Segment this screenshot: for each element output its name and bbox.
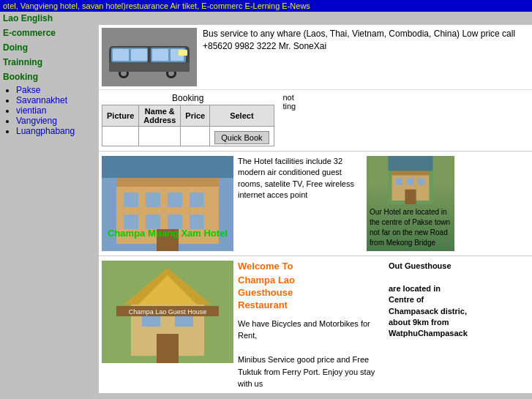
col-select: Select bbox=[210, 105, 274, 127]
svg-rect-30 bbox=[396, 178, 402, 184]
list-item: vientian bbox=[16, 105, 96, 116]
divider-2 bbox=[99, 256, 532, 256]
svg-rect-33 bbox=[405, 190, 416, 204]
list-item: Luangphabang bbox=[16, 126, 96, 136]
list-item: Vangvieng bbox=[16, 116, 96, 126]
svg-rect-12 bbox=[179, 50, 187, 56]
svg-rect-32 bbox=[418, 178, 424, 184]
hotel-side-svg bbox=[367, 156, 454, 204]
guesthouse-middle: Welcome To Champa LaoGuesthouseRestauran… bbox=[238, 261, 384, 390]
svg-rect-29 bbox=[392, 171, 430, 175]
city-pakse-link[interactable]: Pakse bbox=[16, 85, 40, 95]
col-name-address: Name &Address bbox=[139, 105, 181, 127]
svg-rect-20 bbox=[124, 215, 138, 229]
hotel-section: Champa Muang Xam Hotel The Hotel facilit… bbox=[99, 153, 532, 254]
svg-rect-16 bbox=[124, 193, 138, 207]
top-bar-text: otel, Vangvieng hotel, savan hotel)restu… bbox=[3, 1, 310, 10]
booking-section: Booking Picture Name &Address Price Sele… bbox=[99, 90, 532, 149]
svg-rect-21 bbox=[146, 215, 160, 229]
guesthouse-name-text: Champa LaoGuesthouseRestaurant bbox=[238, 275, 384, 312]
bus-image bbox=[102, 28, 197, 86]
sidebar: E-commerce Doing Trainning Booking Pakse… bbox=[0, 25, 99, 393]
lang-english-link[interactable]: English bbox=[21, 13, 53, 23]
svg-rect-3 bbox=[113, 49, 129, 61]
guesthouse-image: Champa Lao Guest House bbox=[102, 261, 233, 363]
center-panel: Bus service to any whare (Laos, Thai, Vi… bbox=[99, 25, 532, 393]
col-picture: Picture bbox=[102, 105, 139, 127]
lang-lao-link[interactable]: Lao bbox=[3, 13, 18, 23]
booking-table: Picture Name &Address Price Select bbox=[102, 105, 274, 146]
hotel-side-description: Our Hotel are located in the centre of P… bbox=[367, 204, 454, 251]
booking-table-wrapper: Booking Picture Name &Address Price Sele… bbox=[102, 93, 274, 146]
svg-rect-19 bbox=[190, 193, 204, 207]
svg-rect-41 bbox=[157, 334, 179, 363]
sidebar-item-doing[interactable]: Doing bbox=[3, 42, 96, 53]
bus-section: Bus service to any whare (Laos, Thai, Vi… bbox=[99, 25, 532, 90]
city-savannakhet-link[interactable]: Savannakhet bbox=[16, 95, 67, 105]
svg-rect-5 bbox=[152, 49, 168, 61]
divider bbox=[99, 151, 532, 152]
not-ting-text: notting bbox=[283, 93, 296, 111]
quick-book-btn[interactable]: Quick Book bbox=[214, 131, 269, 144]
lang-bar: Lao English bbox=[0, 12, 532, 25]
city-vientian-link[interactable]: vientian bbox=[16, 105, 46, 116]
sidebar-item-ecommerce[interactable]: E-commerce bbox=[3, 28, 96, 38]
col-price: Price bbox=[181, 105, 210, 127]
svg-rect-11 bbox=[109, 62, 190, 72]
guesthouse-svg: Champa Lao Guest House bbox=[102, 261, 233, 363]
svg-rect-22 bbox=[168, 215, 182, 229]
city-luangphabang-link[interactable]: Luangphabang bbox=[16, 126, 75, 136]
svg-rect-17 bbox=[146, 193, 160, 207]
bus-text: Bus service to any whare (Laos, Thai, Vi… bbox=[203, 28, 529, 53]
sidebar-item-training[interactable]: Trainning bbox=[3, 57, 96, 67]
hotel-main-image: Champa Muang Xam Hotel bbox=[102, 156, 233, 251]
svg-text:Champa Lao Guest House: Champa Lao Guest House bbox=[129, 308, 207, 316]
list-item: Savannakhet bbox=[16, 95, 96, 105]
svg-rect-25 bbox=[102, 156, 233, 178]
bus-svg bbox=[105, 31, 193, 83]
hotel-side-image: Our Hotel are located in the centre of P… bbox=[367, 156, 454, 251]
guesthouse-right-text: Out Guesthouse are located in Centre of … bbox=[389, 261, 468, 340]
table-header-row: Picture Name &Address Price Select bbox=[102, 105, 274, 127]
city-list: Pakse Savannakhet vientian Vangvieng Lua… bbox=[3, 85, 96, 136]
svg-rect-34 bbox=[389, 156, 433, 171]
svg-rect-4 bbox=[131, 49, 147, 61]
sidebar-item-booking[interactable]: Booking bbox=[3, 72, 96, 82]
table-row: Quick Book bbox=[102, 127, 274, 146]
list-item: Pakse bbox=[16, 85, 96, 95]
svg-rect-18 bbox=[168, 193, 182, 207]
welcome-text: Welcome To bbox=[238, 261, 384, 272]
main-layout: E-commerce Doing Trainning Booking Pakse… bbox=[0, 25, 532, 393]
svg-rect-23 bbox=[190, 215, 204, 229]
top-bar: otel, Vangvieng hotel, savan hotel)restu… bbox=[0, 0, 532, 12]
svg-rect-31 bbox=[407, 178, 413, 184]
svg-rect-15 bbox=[116, 178, 219, 187]
svg-text:Champa Muang Xam Hotel: Champa Muang Xam Hotel bbox=[108, 228, 228, 239]
hotel-description: The Hotel facilities include 32 modern a… bbox=[238, 156, 362, 201]
sidebar-nav: E-commerce Doing Trainning Booking bbox=[3, 28, 96, 82]
hotel-building-svg: Champa Muang Xam Hotel bbox=[102, 156, 233, 251]
booking-title: Booking bbox=[172, 93, 203, 103]
guesthouse-description: We have Bicycles and Motorbikes for Rent… bbox=[238, 318, 384, 390]
guesthouse-section: Champa Lao Guest House Welcome To Champa… bbox=[99, 258, 532, 393]
city-vangvieng-link[interactable]: Vangvieng bbox=[16, 116, 57, 126]
